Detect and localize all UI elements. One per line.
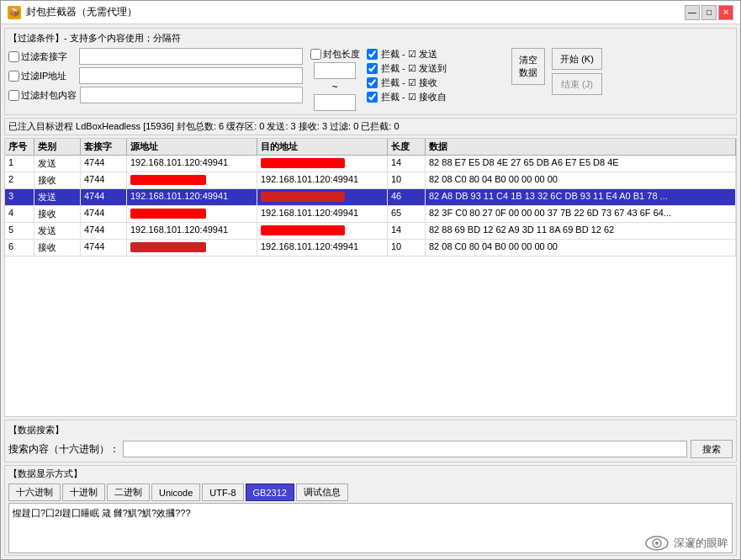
cell-seq: 5 [5,223,34,239]
minimize-button[interactable]: — [685,5,700,20]
watermark-text: 深邃的眼眸 [674,536,728,551]
search-button[interactable]: 搜索 [691,440,733,458]
end-button[interactable]: 结束 (J) [552,73,602,95]
cell-data: 82 08 C0 80 04 B0 00 00 00 00 [426,240,736,256]
maximize-button[interactable]: □ [701,5,717,20]
close-button[interactable]: ✕ [718,5,733,20]
intercept-recv-checkbox[interactable] [367,77,378,88]
filter-row-content: 过滤封包内容 [8,87,303,103]
search-section-title: 【数据搜索】 [8,424,733,436]
cell-dst: 192.168.101.120:49941 [257,240,388,256]
intercept-send-label: 拦截 - ☑ 发送 [381,48,437,61]
title-bar-left: 📦 封包拦截器（无需代理） [8,5,137,19]
intercept-sendto-row: 拦截 - ☑ 发送到 [367,62,501,75]
filter-ip-input[interactable] [79,67,303,84]
cell-type: 接收 [34,206,81,222]
cell-type: 接收 [34,172,81,188]
filter-section: 【过滤条件】- 支持多个内容使用；分隔符 过滤套接字 过滤IP地 [4,28,737,115]
header-dst: 目的地址 [257,139,388,155]
main-window: 📦 封包拦截器（无需代理） — □ ✕ 【过滤条件】- 支持多个内容使用；分隔符… [0,0,741,560]
title-controls: — □ ✕ [685,5,733,20]
tab-utf8[interactable]: UTF-8 [202,483,243,501]
status-text: 已注入目标进程 LdBoxHeadless [15936] 封包总数: 6 缓存… [8,121,400,131]
svg-point-2 [655,542,659,545]
tab-debug[interactable]: 调试信息 [296,483,348,501]
watermark: 深邃的眼眸 [645,535,728,552]
search-input[interactable] [123,441,687,457]
cell-src: 192.168.101.120:49941 [127,189,257,205]
table-body: 1 发送 4744 192.168.101.120:49941 14 82 88… [5,156,736,416]
filter-left: 过滤套接字 过滤IP地址 过滤封包内容 [8,48,303,111]
tab-unicode[interactable]: Unicode [151,483,200,501]
clear-button[interactable]: 清空数据 [511,48,545,85]
cell-match: 4744 [81,206,127,222]
header-data: 数据 [426,139,736,155]
window-title: 封包拦截器（无需代理） [26,5,137,19]
display-section-title: 【数据显示方式】 [8,468,733,480]
header-src: 源地址 [127,139,257,155]
main-content: 【过滤条件】- 支持多个内容使用；分隔符 过滤套接字 过滤IP地 [1,24,740,559]
cell-data: 82 88 E7 E5 D8 4E 27 65 DB A6 E7 E5 D8 4… [426,156,736,172]
filter-len-min[interactable]: 0 [314,62,356,79]
search-label: 搜索内容（十六进制）： [8,442,119,457]
filter-socket-input[interactable] [79,48,303,65]
cell-src [127,172,257,188]
intercept-recvfrom-checkbox[interactable] [367,92,378,103]
intercept-send-row: 拦截 - ☑ 发送 [367,48,501,61]
filter-len-max[interactable]: 100 [314,94,356,111]
tab-gb2312[interactable]: GB2312 [246,483,294,501]
intercept-send-checkbox[interactable] [367,49,378,60]
filter-len-label: 封包长度 [310,48,360,61]
tab-hex[interactable]: 十六进制 [8,483,61,501]
filter-content-checkbox[interactable] [8,90,19,101]
cell-match: 4744 [81,172,127,188]
status-bar: 已注入目标进程 LdBoxHeadless [15936] 封包总数: 6 缓存… [4,118,737,135]
cell-len: 10 [388,240,426,256]
intercept-sendto-checkbox[interactable] [367,63,378,74]
table-row[interactable]: 6 接收 4744 192.168.101.120:49941 10 82 08… [5,240,736,256]
window-icon: 📦 [8,6,21,19]
cell-data: 82 3F C0 80 27 0F 00 00 00 37 7B 22 6D 7… [426,206,736,222]
start-button[interactable]: 开始 (K) [552,48,602,70]
cell-len: 46 [388,189,426,205]
cell-src [127,240,257,256]
tab-bin[interactable]: 二进制 [107,483,150,501]
len-tilde: ~ [331,81,337,92]
display-tabs: 十六进制 十进制 二进制 Unicode UTF-8 GB2312 调试信息 [8,483,733,501]
tab-dec[interactable]: 十进制 [62,483,105,501]
header-type: 类别 [34,139,81,155]
header-seq: 序号 [5,139,34,155]
filter-row-socket: 过滤套接字 [8,48,303,65]
cell-src: 192.168.101.120:49941 [127,156,257,172]
header-match: 套接字 [81,139,127,155]
filter-socket-checkbox[interactable] [8,51,19,62]
filter-grid: 过滤套接字 过滤IP地址 过滤封包内容 [8,48,733,111]
cell-seq: 6 [5,240,34,256]
filter-len-checkbox[interactable] [310,49,321,60]
cell-dst [257,189,388,205]
display-content: 惺韙囗?囗2l韙囗睡眠 箴 雠?鯕?鯕?效摑??? [8,503,733,553]
cell-data: 82 88 69 BD 12 62 A9 3D 11 8A 69 BD 12 6… [426,223,736,239]
intercept-recvfrom-row: 拦截 - ☑ 接收自 [367,91,501,103]
cell-len: 14 [388,156,426,172]
cell-dst [257,156,388,172]
display-text: 惺韙囗?囗2l韙囗睡眠 箴 雠?鯕?鯕?效摑??? [13,508,191,518]
table-row[interactable]: 4 接收 4744 192.168.101.120:49941 65 82 3F… [5,206,736,223]
table-row[interactable]: 3 发送 4744 192.168.101.120:49941 46 82 A8… [5,189,736,206]
table-row[interactable]: 5 发送 4744 192.168.101.120:49941 14 82 88… [5,223,736,240]
cell-dst [257,223,388,239]
cell-match: 4744 [81,240,127,256]
cell-len: 65 [388,206,426,222]
table-row[interactable]: 2 接收 4744 192.168.101.120:49941 10 82 08… [5,172,736,189]
filter-ip-checkbox[interactable] [8,71,19,82]
cell-src [127,206,257,222]
cell-seq: 2 [5,172,34,188]
search-section: 【数据搜索】 搜索内容（十六进制）： 搜索 [4,420,737,462]
cell-match: 4744 [81,223,127,239]
cell-type: 发送 [34,223,81,239]
cell-match: 4744 [81,156,127,172]
filter-actions: 清空数据 [511,48,545,111]
table-row[interactable]: 1 发送 4744 192.168.101.120:49941 14 82 88… [5,156,736,172]
header-len: 长度 [388,139,426,155]
filter-content-input[interactable] [80,87,303,103]
